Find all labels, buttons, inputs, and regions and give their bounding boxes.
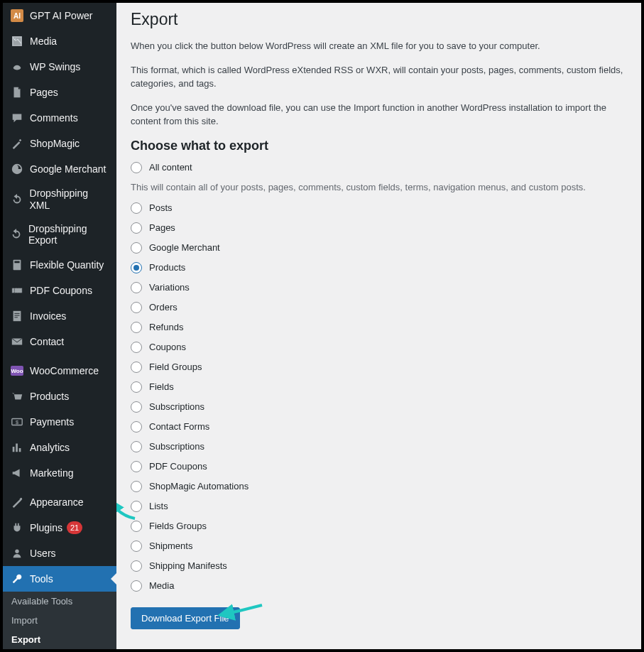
option-label[interactable]: Google Merchant — [149, 242, 220, 253]
radio-contact-forms[interactable] — [131, 421, 142, 433]
option-row-6[interactable]: Refunds — [131, 322, 627, 333]
sidebar-item-label: Flexible Quantity — [30, 259, 104, 271]
radio-subscriptions[interactable] — [131, 441, 142, 452]
radio-fields[interactable] — [131, 381, 142, 393]
svg-text:$: $ — [16, 419, 18, 425]
sidebar-item-payments[interactable]: $Payments — [3, 409, 116, 435]
svg-point-2 — [14, 38, 16, 40]
sidebar-item-shopmagic[interactable]: ShopMagic — [3, 131, 116, 156]
sidebar-item-label: Media — [30, 36, 57, 48]
option-label[interactable]: Variations — [149, 282, 190, 293]
sidebar-item-pages[interactable]: Pages — [3, 80, 116, 105]
option-label[interactable]: Pages — [149, 222, 175, 233]
option-row-19[interactable]: Media — [131, 580, 627, 592]
option-row-13[interactable]: PDF Coupons — [131, 461, 627, 472]
sidebar-item-marketing[interactable]: Marketing — [3, 460, 116, 486]
radio-products[interactable] — [131, 262, 142, 273]
download-export-button[interactable]: Download Export File — [131, 607, 240, 629]
option-row-11[interactable]: Contact Forms — [131, 421, 627, 433]
radio-shipments[interactable] — [131, 540, 142, 552]
radio-pdf-coupons[interactable] — [131, 461, 142, 472]
radio-lists[interactable] — [131, 501, 142, 512]
option-row-4[interactable]: Variations — [131, 282, 627, 293]
option-label[interactable]: Shipments — [149, 540, 192, 551]
sidebar-item-appearance[interactable]: Appearance — [3, 489, 116, 515]
option-row-1[interactable]: Pages — [131, 222, 627, 234]
option-label[interactable]: Posts — [149, 202, 173, 213]
option-label[interactable]: Shipping Manifests — [149, 560, 227, 571]
radio-google-merchant[interactable] — [131, 242, 142, 254]
option-row-18[interactable]: Shipping Manifests — [131, 560, 627, 572]
sidebar-item-dropshipping-export[interactable]: Dropshipping Export — [3, 217, 116, 253]
refresh-icon — [10, 227, 23, 241]
option-row-9[interactable]: Fields — [131, 381, 627, 393]
option-label[interactable]: Refunds — [149, 322, 183, 332]
option-label[interactable]: Field Groups — [149, 362, 202, 372]
sidebar-item-tools[interactable]: Tools — [3, 566, 116, 592]
sidebar-item-media[interactable]: Media — [3, 28, 116, 54]
woo-icon: Woo — [10, 364, 24, 378]
sidebar-item-dropshipping-xml[interactable]: Dropshipping XML — [3, 182, 116, 217]
radio-orders[interactable] — [131, 302, 142, 313]
option-row-0[interactable]: Posts — [131, 202, 627, 214]
option-label[interactable]: Subscriptions — [149, 401, 204, 412]
option-row-16[interactable]: Fields Groups — [131, 521, 627, 532]
option-label[interactable]: Fields — [149, 381, 174, 392]
option-label[interactable]: Lists — [149, 501, 168, 511]
sidebar-item-wp-swings[interactable]: WP Swings — [3, 54, 116, 80]
svg-rect-4 — [14, 261, 19, 263]
option-label[interactable]: Products — [149, 262, 185, 273]
option-row-5[interactable]: Orders — [131, 302, 627, 313]
sidebar-item-label: ShopMagic — [30, 138, 80, 150]
radio-shopmagic-automations[interactable] — [131, 481, 142, 492]
sidebar-item-invoices[interactable]: Invoices — [3, 303, 116, 329]
sidebar-item-analytics[interactable]: Analytics — [3, 435, 116, 460]
option-label[interactable]: Fields Groups — [149, 521, 207, 531]
submenu-item-import[interactable]: Import — [3, 611, 116, 630]
choose-heading: Choose what to export — [131, 138, 627, 153]
export-desc-2: This format, which is called WordPress e… — [131, 63, 627, 91]
sidebar-item-contact[interactable]: Contact — [3, 329, 116, 354]
option-row-3[interactable]: Products — [131, 262, 627, 273]
submenu-item-export[interactable]: Export — [3, 630, 116, 649]
option-row-15[interactable]: Lists — [131, 501, 627, 512]
radio-coupons[interactable] — [131, 342, 142, 353]
radio-media[interactable] — [131, 580, 142, 592]
radio-posts[interactable] — [131, 202, 142, 214]
sidebar-item-pdf-coupons[interactable]: PDF Coupons — [3, 278, 116, 303]
option-row-14[interactable]: ShopMagic Automations — [131, 481, 627, 492]
sidebar-item-plugins[interactable]: Plugins21 — [3, 515, 116, 540]
sidebar-item-google-merchant[interactable]: Google Merchant — [3, 156, 116, 182]
radio-field-groups[interactable] — [131, 362, 142, 373]
option-row-7[interactable]: Coupons — [131, 342, 627, 353]
option-label[interactable]: PDF Coupons — [149, 461, 207, 472]
radio-subscriptions[interactable] — [131, 401, 142, 413]
radio-pages[interactable] — [131, 222, 142, 234]
option-label[interactable]: Media — [149, 580, 174, 591]
option-label[interactable]: Subscriptions — [149, 441, 204, 452]
submenu-item-available-tools[interactable]: Available Tools — [3, 592, 116, 611]
sidebar-item-products[interactable]: Products — [3, 384, 116, 409]
radio-all-content[interactable] — [131, 162, 142, 173]
option-row-10[interactable]: Subscriptions — [131, 401, 627, 413]
option-label[interactable]: Coupons — [149, 342, 186, 352]
sidebar-item-label: Dropshipping XML — [30, 188, 109, 212]
option-label[interactable]: Orders — [149, 302, 178, 313]
sidebar-item-users[interactable]: Users — [3, 540, 116, 566]
sidebar-item-comments[interactable]: Comments — [3, 105, 116, 131]
radio-fields-groups[interactable] — [131, 521, 142, 532]
sidebar-item-flexible-quantity[interactable]: Flexible Quantity — [3, 252, 116, 278]
option-row-12[interactable]: Subscriptions — [131, 441, 627, 452]
radio-refunds[interactable] — [131, 322, 142, 333]
option-label[interactable]: Contact Forms — [149, 421, 209, 432]
option-all-content[interactable]: All content — [131, 162, 627, 173]
radio-variations[interactable] — [131, 282, 142, 293]
option-row-8[interactable]: Field Groups — [131, 362, 627, 373]
radio-shipping-manifests[interactable] — [131, 560, 142, 572]
option-label-all-content[interactable]: All content — [149, 162, 192, 173]
option-row-2[interactable]: Google Merchant — [131, 242, 627, 254]
sidebar-item-woocommerce[interactable]: WooWooCommerce — [3, 358, 116, 384]
option-label[interactable]: ShopMagic Automations — [149, 481, 249, 491]
option-row-17[interactable]: Shipments — [131, 540, 627, 552]
sidebar-item-gpt-ai-power[interactable]: AIGPT AI Power — [3, 3, 116, 28]
